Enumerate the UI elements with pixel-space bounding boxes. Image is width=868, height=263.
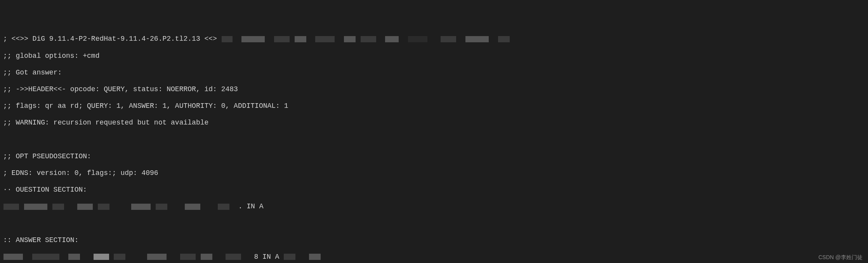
redacted-block [98, 204, 109, 210]
redacted-block [77, 204, 93, 210]
text: ;; ->>HEADER<<- opcode: QUERY, status: N… [3, 85, 238, 93]
terminal-line [3, 219, 865, 228]
redacted-block [465, 36, 489, 42]
redacted-block [498, 36, 510, 42]
redacted-block [441, 36, 456, 42]
text: ;; flags: qr aa rd; QUERY: 1, ANSWER: 1,… [3, 102, 288, 110]
redacted-block [3, 204, 19, 210]
redacted-block [156, 204, 167, 210]
redacted-block [52, 204, 64, 210]
text: 8 IN A [254, 253, 279, 261]
redacted-block [284, 254, 295, 260]
terminal-line: ·· OUESTION SECTION: [3, 186, 865, 194]
redacted-block [309, 254, 321, 260]
terminal-line: ;; ->>HEADER<<- opcode: QUERY, status: N… [3, 85, 865, 94]
redacted-block [361, 36, 376, 42]
redacted-block [147, 254, 167, 260]
watermark: CSDN @李姓门徒 [818, 254, 863, 261]
redacted-block [344, 36, 356, 42]
redacted-block [68, 254, 80, 260]
redacted-block [274, 36, 290, 42]
terminal-line: ;; OPT PSEUDOSECTION: [3, 152, 865, 161]
terminal-line: ;; WARNING: recursion requested but not … [3, 119, 865, 127]
terminal-line: ; <<>> DiG 9.11.4-P2-RedHat-9.11.4-26.P2… [3, 35, 865, 43]
text: ;; global options: +cmd [3, 52, 99, 60]
redacted-block [114, 254, 125, 260]
redacted-block [218, 204, 229, 210]
terminal-line: 8 IN A [3, 253, 865, 261]
text: ;; WARNING: recursion requested but not … [3, 119, 208, 126]
redacted-block [185, 204, 200, 210]
terminal-line: . IN A [3, 202, 865, 211]
redacted-block [315, 36, 335, 42]
text: ;; Got answer: [3, 69, 62, 76]
text: ;; OPT PSEUDOSECTION: [3, 152, 91, 160]
redacted-block [201, 254, 212, 260]
terminal-line: ;; flags: qr aa rd; QUERY: 1, ANSWER: 1,… [3, 102, 865, 111]
redacted-block [226, 254, 241, 260]
redacted-block [241, 36, 265, 42]
text: ; <<>> DiG 9.11.4-P2-RedHat-9.11.4-26.P2… [3, 35, 217, 43]
terminal-line: ;; global options: +cmd [3, 52, 865, 61]
text: ; EDNS: version: 0, flags:; udp: 4096 [3, 169, 158, 177]
redacted-block [408, 36, 427, 42]
redacted-block [3, 254, 23, 260]
text: ·· OUESTION SECTION: [3, 186, 87, 194]
redacted-block [32, 254, 59, 260]
redacted-block [94, 254, 109, 260]
redacted-block [385, 36, 399, 42]
text: . IN A [238, 202, 264, 210]
redacted-block [131, 204, 151, 210]
terminal-line: :: ANSWER SECTION: [3, 236, 865, 245]
terminal-line [3, 136, 865, 144]
terminal-line: ; EDNS: version: 0, flags:; udp: 4096 [3, 169, 865, 178]
redacted-block [222, 36, 233, 42]
redacted-block [295, 36, 306, 42]
text: :: ANSWER SECTION: [3, 236, 78, 244]
terminal-line: ;; Got answer: [3, 69, 865, 77]
redacted-block [24, 204, 47, 210]
redacted-block [180, 254, 196, 260]
